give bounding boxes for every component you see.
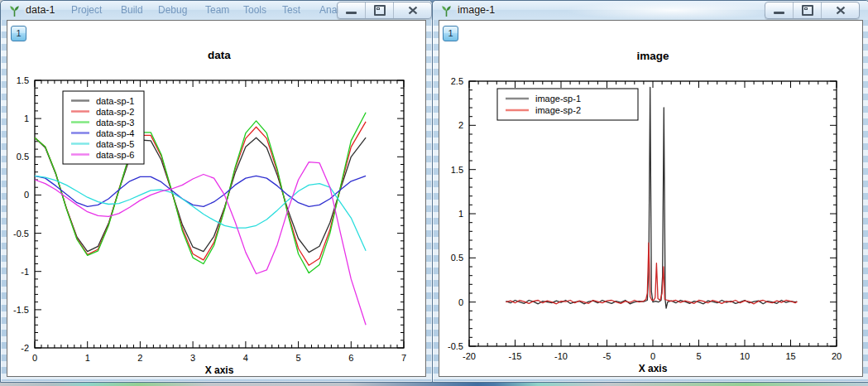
- titlebar[interactable]: data-1 Project Build Debug Team Tools Te…: [1, 1, 432, 20]
- image-chart-canvas[interactable]: -20-15-10-505101520-0.500.511.522.5image…: [439, 21, 862, 376]
- x-axis-label: X axis: [639, 363, 668, 374]
- y-tick-label: 0.5: [17, 152, 29, 162]
- x-tick-label: 15: [785, 351, 795, 361]
- y-tick-label: -2: [21, 343, 29, 353]
- series-data-sp-5: [35, 176, 366, 250]
- close-icon: [836, 6, 846, 15]
- y-tick-label: -0.5: [448, 341, 463, 351]
- legend-label: data-sp-1: [96, 96, 134, 106]
- window-data-1: data-1 Project Build Debug Team Tools Te…: [0, 0, 433, 383]
- x-tick-label: 10: [740, 351, 750, 361]
- x-tick-label: -5: [603, 351, 611, 361]
- legend-label: data-sp-5: [96, 139, 134, 149]
- series-data-sp-6: [35, 162, 366, 326]
- x-tick-label: 3: [190, 353, 195, 363]
- y-tick-label: 1.5: [17, 75, 29, 85]
- y-tick-label: -1: [21, 267, 29, 277]
- client-area: 1 01234567-2-1.5-1-0.500.511.5data-sp-1d…: [7, 20, 426, 377]
- plot-frame: [469, 81, 837, 346]
- x-tick-label: 5: [696, 351, 701, 361]
- y-tick-label: 1: [458, 209, 463, 219]
- legend-label: image-sp-1: [535, 94, 581, 104]
- x-tick-label: 4: [243, 353, 248, 363]
- ghost-menu-item: Build: [121, 4, 143, 16]
- x-axis-label: X axis: [205, 364, 234, 376]
- ghost-menu-item: Debug: [158, 4, 187, 16]
- minimize-icon: [774, 12, 784, 14]
- x-tick-label: -15: [509, 351, 522, 361]
- y-tick-label: 0: [458, 297, 463, 307]
- y-tick-label: 0: [24, 190, 29, 200]
- y-tick-label: 2: [458, 120, 463, 130]
- caption-buttons: [337, 2, 432, 19]
- window-title: data-1: [26, 4, 55, 16]
- chart-title: data: [208, 49, 231, 61]
- y-tick-label: -1.5: [13, 305, 29, 315]
- close-button[interactable]: [821, 2, 859, 18]
- restore-button[interactable]: [793, 2, 821, 18]
- ghost-menu-item: Tools: [243, 4, 266, 16]
- x-tick-label: 20: [832, 351, 842, 361]
- y-tick-label: 1: [24, 113, 29, 123]
- restore-button[interactable]: [365, 2, 393, 18]
- ghost-menu-item: Team: [205, 4, 229, 16]
- y-tick-label: -0.5: [13, 229, 29, 239]
- restore-icon: [802, 5, 813, 16]
- x-tick-label: 5: [296, 353, 301, 363]
- legend-label: data-sp-2: [96, 107, 134, 117]
- minimize-icon: [346, 12, 357, 14]
- y-tick-label: 0.5: [451, 253, 463, 263]
- x-tick-label: 0: [650, 351, 655, 361]
- legend-label: data-sp-3: [96, 118, 134, 128]
- minimize-button[interactable]: [338, 2, 365, 18]
- y-tick-label: 2.5: [451, 76, 463, 86]
- close-button[interactable]: [393, 2, 431, 18]
- restore-icon: [374, 5, 386, 16]
- ghost-menu-item: Test: [282, 4, 300, 16]
- x-tick-label: 0: [32, 353, 37, 363]
- legend: image-sp-1image-sp-2: [497, 89, 638, 120]
- caption-buttons: [765, 2, 860, 19]
- plant-sprout-icon: [440, 4, 453, 17]
- plant-sprout-icon: [8, 4, 21, 17]
- x-tick-label: -10: [554, 351, 568, 361]
- legend-label: data-sp-4: [96, 128, 134, 138]
- y-tick-label: 1.5: [451, 165, 463, 175]
- series-data-sp-4: [35, 176, 366, 206]
- legend-label: image-sp-2: [535, 105, 581, 115]
- window-image-1: image-1 1 -20-15-10-505101520-0.500.511.…: [432, 0, 868, 383]
- x-tick-label: 7: [401, 353, 406, 363]
- x-tick-label: 2: [137, 353, 142, 363]
- minimize-button[interactable]: [765, 2, 793, 18]
- titlebar[interactable]: image-1: [433, 1, 868, 20]
- legend-label: data-sp-6: [96, 150, 134, 160]
- x-tick-label: -20: [463, 351, 476, 361]
- x-tick-label: 1: [85, 353, 90, 363]
- legend: data-sp-1data-sp-2data-sp-3data-sp-4data…: [63, 91, 144, 164]
- client-area: 1 -20-15-10-505101520-0.500.511.522.5ima…: [439, 20, 863, 377]
- data-chart-canvas[interactable]: 01234567-2-1.5-1-0.500.511.5data-sp-1dat…: [7, 21, 425, 376]
- ghost-menu-item: Project: [71, 4, 102, 16]
- chart-title: image: [636, 50, 669, 62]
- close-icon: [408, 6, 418, 15]
- x-tick-label: 6: [348, 353, 353, 363]
- window-title: image-1: [458, 4, 495, 16]
